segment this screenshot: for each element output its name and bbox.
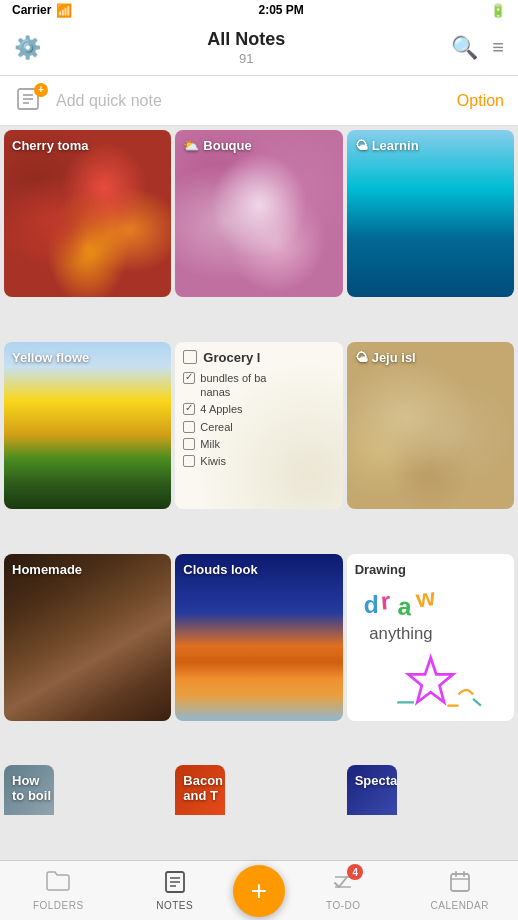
tab-notes-label: NOTES <box>156 900 193 911</box>
nav-actions: 🔍 ≡ <box>451 35 504 61</box>
tab-calendar[interactable]: CALENDAR <box>402 870 519 911</box>
grocery-item-cereal: Cereal <box>183 420 334 434</box>
search-icon[interactable]: 🔍 <box>451 35 478 61</box>
folders-icon <box>45 870 71 898</box>
checkbox-apples <box>183 403 195 415</box>
todo-icon <box>331 880 355 897</box>
note-card-grocery[interactable]: Grocery l bundles of bananas 4 Apples Ce… <box>175 342 342 509</box>
tab-folders[interactable]: FOLDERS <box>0 870 117 911</box>
note-title-cherry: Cherry toma <box>12 138 89 153</box>
tab-folders-label: FOLDERS <box>33 900 84 911</box>
note-card-jeju[interactable]: 🌤 Jeju isl <box>347 342 514 509</box>
nav-bar: ⚙️ All Notes 91 🔍 ≡ <box>0 20 518 76</box>
status-bar: Carrier 📶 2:05 PM 🔋 <box>0 0 518 20</box>
note-title-howto: How to boil <box>12 773 54 803</box>
svg-text:a: a <box>396 592 412 620</box>
note-title-clouds: Clouds look <box>183 562 257 577</box>
svg-text:r: r <box>379 587 391 615</box>
battery-icon: 🔋 <box>490 3 506 18</box>
note-title-yellow: Yellow flowe <box>12 350 89 365</box>
note-card-homemade[interactable]: Homemade <box>4 554 171 721</box>
note-card-clouds[interactable]: Clouds look <box>175 554 342 721</box>
note-title-homemade: Homemade <box>12 562 82 577</box>
page-title: All Notes <box>207 29 285 51</box>
note-card-bouquet[interactable]: ⛅ Bouque <box>175 130 342 297</box>
nav-center: All Notes 91 <box>207 29 285 66</box>
weather-emoji-bouquet: ⛅ <box>183 138 199 153</box>
note-card-learning[interactable]: 🌤 Learnin <box>347 130 514 297</box>
carrier-label: Carrier <box>12 3 51 17</box>
weather-emoji-learning: 🌤 <box>355 138 368 153</box>
svg-text:d: d <box>363 591 378 618</box>
note-card-howto[interactable]: How to boil <box>4 765 54 815</box>
add-badge: + <box>34 83 48 97</box>
note-card-cherry[interactable]: Cherry toma <box>4 130 171 297</box>
grocery-title: Grocery l <box>203 350 260 365</box>
notes-count: 91 <box>207 51 285 67</box>
note-card-spectacular[interactable]: Spectacular <box>347 765 397 815</box>
time-display: 2:05 PM <box>259 3 304 17</box>
settings-icon[interactable]: ⚙️ <box>14 35 41 61</box>
note-title-learning: 🌤 Learnin <box>355 138 419 153</box>
wifi-icon: 📶 <box>56 3 72 18</box>
quick-note-placeholder[interactable]: Add quick note <box>56 92 447 110</box>
note-card-bacon[interactable]: Bacon and T <box>175 765 225 815</box>
note-card-drawing[interactable]: Drawing d r a w anything <box>347 554 514 721</box>
note-card-yellow[interactable]: Yellow flowe <box>4 342 171 509</box>
add-note-button[interactable]: + <box>233 865 285 917</box>
grocery-item-milk: Milk <box>183 437 334 451</box>
tab-bar: FOLDERS NOTES + 4 TO-DO <box>0 860 518 920</box>
tab-todo[interactable]: 4 TO-DO <box>285 870 402 911</box>
svg-rect-19 <box>451 874 469 891</box>
checkbox-kiwis <box>183 455 195 467</box>
note-title-jeju: 🌤 Jeju isl <box>355 350 416 365</box>
list-icon[interactable]: ≡ <box>492 36 504 59</box>
note-title-spectacular: Spectacular <box>355 773 397 788</box>
grocery-content: Grocery l bundles of bananas 4 Apples Ce… <box>175 342 342 509</box>
svg-marker-9 <box>408 657 453 702</box>
todo-count-badge: 4 <box>347 864 363 880</box>
notes-grid: Cherry toma ⛅ Bouque 🌤 Learnin Yellow fl… <box>0 126 518 860</box>
checkbox-cereal <box>183 421 195 433</box>
note-title-bacon: Bacon and T <box>183 773 225 803</box>
svg-line-12 <box>473 699 481 706</box>
calendar-icon <box>448 870 472 898</box>
svg-text:anything: anything <box>369 623 432 642</box>
quick-note-bar: + Add quick note Option <box>0 76 518 126</box>
note-title-bouquet: ⛅ Bouque <box>183 138 251 153</box>
add-note-icon[interactable]: + <box>14 85 46 117</box>
weather-emoji-jeju: 🌤 <box>355 350 368 365</box>
option-button[interactable]: Option <box>457 92 504 110</box>
grocery-item-kiwis: Kiwis <box>183 454 334 468</box>
tab-todo-label: TO-DO <box>326 900 361 911</box>
checkbox-milk <box>183 438 195 450</box>
grocery-main-checkbox <box>183 350 197 364</box>
notes-icon <box>163 870 187 898</box>
todo-badge-container: 4 <box>331 870 355 898</box>
tab-notes[interactable]: NOTES <box>117 870 234 911</box>
grocery-item-bananas: bundles of bananas <box>183 371 334 400</box>
svg-text:w: w <box>413 583 438 613</box>
tab-calendar-label: CALENDAR <box>431 900 489 911</box>
checkbox-bananas <box>183 372 195 384</box>
grocery-item-apples: 4 Apples <box>183 402 334 416</box>
